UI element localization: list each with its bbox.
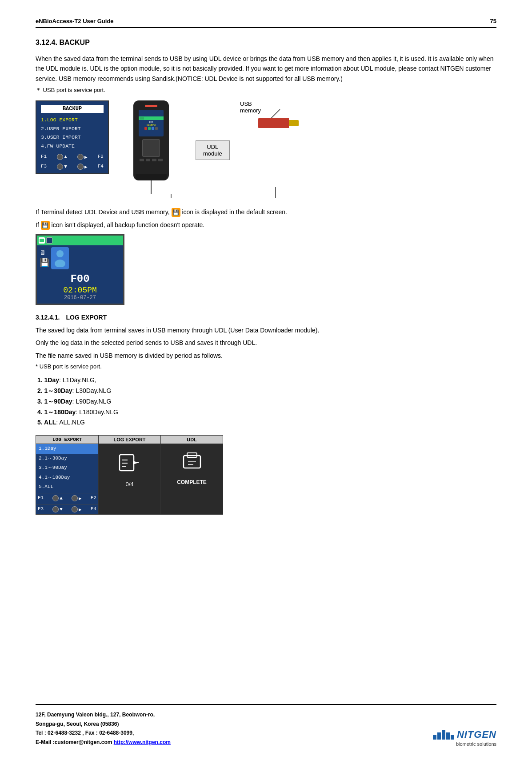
f00-time: 02:05PM: [37, 286, 123, 295]
backup-menu-item-2: 2.USER EXPORT: [41, 124, 104, 133]
backup-menu-item-1: 1.LOG EXPORT: [41, 116, 104, 124]
f00-left-icons: 🖥 💾: [40, 249, 49, 268]
log-item-180day: 4.1～180Day: [36, 473, 98, 483]
nitgen-text: NITGEN: [457, 729, 496, 740]
log-mid-progress: 0/4: [125, 481, 133, 488]
page: eNBioAccess-T2 User Guide 75 3.12.4. BAC…: [0, 0, 532, 760]
nitgen-bar-1: [433, 735, 436, 740]
subsection-intro-1: The saved log data from terminal saves i…: [36, 325, 496, 335]
backup-btn-row-1: F1 ▲ ▶ F2: [41, 154, 104, 160]
subsection-title: 3.12.4.1. LOG EXPORT: [36, 314, 496, 321]
log-export-right-panel: UDL COMPLETE: [160, 436, 223, 514]
log-item-1day: 1.1Day: [36, 444, 98, 454]
log-item-90day: 3.1～90Day: [36, 463, 98, 473]
btn-f1: F1: [41, 154, 47, 160]
f00-screen: 🖥 💾 F00 02:05PM 2016-07-27: [36, 234, 124, 305]
btn-up: ▲: [57, 154, 67, 160]
log-right-complete-label: COMPLETE: [177, 479, 207, 485]
log-btn-f3: F3: [38, 506, 44, 512]
nitgen-logo: NITGEN biometric solutions: [433, 729, 496, 747]
footer-address: 12F, Daemyung Valeon bldg., 127, Beobwon…: [36, 710, 171, 747]
nitgen-bar-4: [446, 732, 450, 740]
list-item-2: 2. 1～30Day: L30Day.NLG: [37, 386, 496, 396]
f00-top-bar: [37, 236, 123, 245]
udl-label-box: UDLmodule: [196, 140, 230, 160]
detect-text-2: If 💾 icon isn't displayed, all backup fu…: [36, 220, 496, 230]
page-header: eNBioAccess-T2 User Guide 75: [36, 18, 496, 28]
f00-date: 2016-07-27: [37, 295, 123, 304]
udl-usb-area: USB memory UDLmodule: [196, 127, 230, 160]
btn-right: ▶: [77, 154, 88, 160]
header-page: 75: [490, 18, 496, 24]
backup-screen: BACKUP 1.LOG EXPORT 2.USER EXPORT 3.USER…: [36, 100, 109, 174]
backup-menu-item-3: 3.USER IMPORT: [41, 133, 104, 142]
btn-enter: ▶: [77, 164, 88, 170]
list-item-3: 3. 1～90Day: L90Day.NLG: [37, 396, 496, 407]
log-btn-enter: ▶: [72, 506, 82, 512]
log-btn-row-2: F3 ▼ ▶ F4: [36, 504, 98, 514]
nitgen-sub-text: biometric solutions: [456, 741, 496, 747]
log-btn-f4: F4: [91, 506, 96, 512]
usb-stick: [258, 118, 299, 128]
usb-icon: 💾: [40, 258, 49, 268]
log-item-30day: 2.1～30Day: [36, 454, 98, 464]
list-item-1: 1. 1Day: L1Day.NLG,: [37, 375, 496, 386]
device-body: F00 02:05PM: [133, 100, 169, 180]
nitgen-bars: [433, 730, 454, 740]
export-icon-svg: [119, 451, 141, 473]
log-export-mid-panel: LOG EXPORT 0/4: [98, 436, 160, 514]
green-icon: [39, 237, 45, 244]
header-title: eNBioAccess-T2 User Guide: [36, 18, 114, 24]
udl-icon-svg: [182, 451, 202, 472]
f00-icon-row: 🖥 💾: [37, 245, 123, 271]
person-svg: [53, 249, 67, 267]
log-export-left-panel: LOG EXPORT 1.1Day 2.1～30Day 3.1～90Day 4.…: [36, 436, 98, 514]
log-item-all: 5.ALL: [36, 482, 98, 492]
btn-f2: F2: [98, 154, 104, 160]
list-item-5: 5. ALL: ALL.NLG: [37, 417, 496, 428]
svg-point-6: [55, 260, 65, 267]
log-mid-header: LOG EXPORT: [99, 436, 160, 444]
subsection-intro-2: Only the log data in the selected period…: [36, 338, 496, 348]
log-btn-up: ▲: [52, 495, 63, 501]
computer-icon: 🖥: [40, 249, 49, 256]
detect-text-1: If Terminal detect UDL Device and USB me…: [36, 207, 496, 217]
log-export-screens: LOG EXPORT 1.1Day 2.1～30Day 3.1～90Day 4.…: [36, 435, 223, 515]
f00-name: F00: [37, 271, 123, 286]
device-figure: F00 02:05PM: [133, 100, 169, 194]
log-right-header: UDL: [161, 436, 223, 444]
nitgen-bar-5: [451, 735, 454, 740]
log-btn-right: ▶: [72, 495, 82, 501]
nitgen-logo-graphic: NITGEN: [433, 729, 496, 740]
btn-f4: F4: [98, 164, 104, 170]
note-text: ＊ USB port is service port.: [36, 86, 496, 94]
log-right-udl-icon: [182, 451, 202, 476]
btn-down: ▼: [57, 164, 67, 170]
subsection-intro-3: The file name saved in USB memory is div…: [36, 351, 496, 360]
log-mid-export-icon: [119, 451, 141, 477]
subsection-note: * USB port is service port.: [36, 363, 496, 370]
figures-area: BACKUP 1.LOG EXPORT 2.USER EXPORT 3.USER…: [36, 100, 496, 198]
log-btn-f1: F1: [38, 495, 44, 501]
udl-icon-inline-1: 💾: [172, 208, 180, 217]
backup-menu-item-4: 4.FW UPDATE: [41, 142, 104, 151]
udl-icon-inline-2: 💾: [41, 221, 50, 230]
device-screen: F00 02:05PM: [139, 110, 164, 136]
svg-point-5: [56, 250, 64, 257]
section-title: 3.12.4. BACKUP: [36, 39, 496, 47]
backup-screen-figure: BACKUP 1.LOG EXPORT 2.USER EXPORT 3.USER…: [36, 100, 124, 174]
log-btn-down: ▼: [52, 506, 63, 512]
log-btn-row-1: F1 ▲ ▶ F2: [36, 493, 98, 503]
nitgen-bar-3: [442, 730, 445, 740]
backup-btn-row-2: F3 ▼ ▶ F4: [41, 164, 104, 170]
list-item-4: 4. 1～180Day: L180Day.NLG: [37, 407, 496, 418]
footer: 12F, Daemyung Valeon bldg., 127, Beobwon…: [36, 704, 496, 747]
status-icon: [46, 237, 52, 244]
btn-f3: F3: [41, 164, 47, 170]
intro-text: When the saved data from the terminal se…: [36, 54, 496, 84]
footer-website[interactable]: http://www.nitgen.com: [114, 739, 171, 745]
nitgen-bar-2: [437, 732, 441, 740]
log-btn-f2: F2: [91, 495, 96, 501]
device-fingerprint-sensor: [142, 139, 160, 157]
log-left-header: LOG EXPORT: [36, 436, 98, 444]
